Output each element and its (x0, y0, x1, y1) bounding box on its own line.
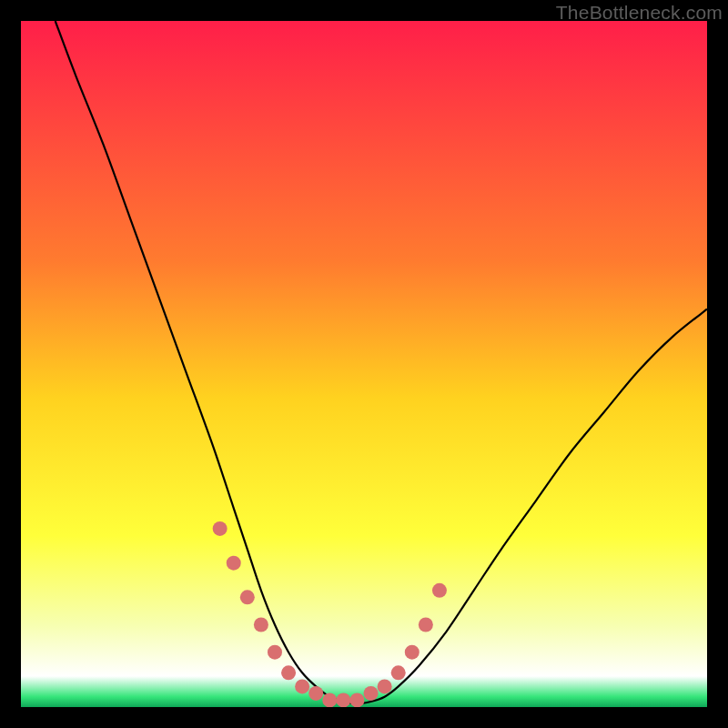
marker-dot (378, 679, 392, 693)
marker-dot (227, 556, 241, 571)
marker-dot (349, 693, 364, 707)
marker-dot (432, 583, 447, 598)
marker-dot (336, 693, 350, 707)
marker-dot (213, 521, 228, 536)
marker-dot (322, 693, 337, 707)
chart-background (21, 21, 707, 707)
marker-dot (391, 665, 406, 680)
marker-dot (419, 618, 433, 632)
marker-dot (364, 686, 379, 701)
marker-dot (295, 679, 309, 693)
chart-frame (21, 21, 707, 707)
bottleneck-chart (21, 21, 707, 707)
marker-dot (281, 665, 296, 680)
marker-dot (405, 645, 420, 660)
marker-dot (308, 686, 323, 701)
marker-dot (254, 618, 268, 632)
watermark-text: TheBottleneck.com (556, 2, 723, 24)
marker-dot (268, 645, 282, 660)
marker-dot (240, 590, 255, 604)
